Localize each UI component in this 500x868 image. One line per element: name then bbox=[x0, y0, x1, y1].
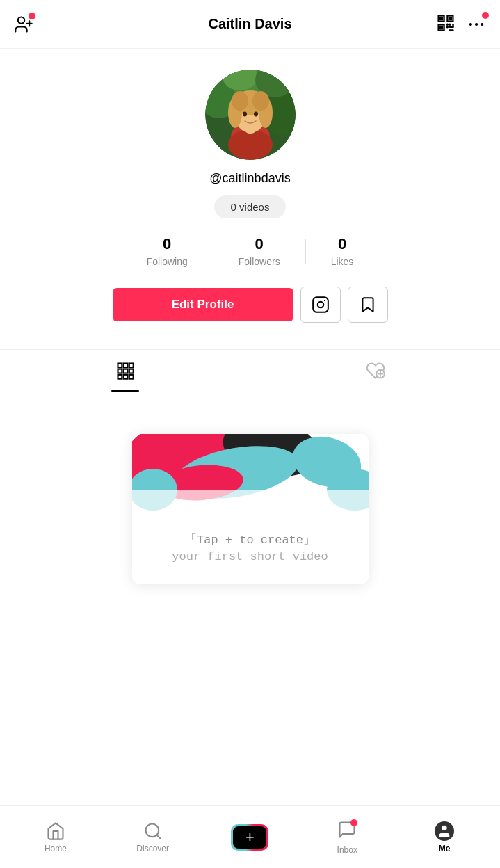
svg-point-62 bbox=[442, 825, 446, 830]
action-row: Edit Profile bbox=[113, 287, 388, 323]
svg-rect-47 bbox=[129, 375, 133, 379]
tab-liked[interactable] bbox=[250, 350, 500, 392]
svg-rect-46 bbox=[123, 375, 127, 379]
svg-point-15 bbox=[469, 22, 472, 25]
tap-create-line1: 「Tap + to create」 bbox=[146, 531, 355, 547]
followers-label: Followers bbox=[239, 256, 280, 267]
tap-card-art bbox=[132, 434, 369, 517]
following-count: 0 bbox=[163, 235, 171, 253]
svg-point-16 bbox=[475, 22, 478, 25]
edit-profile-button[interactable]: Edit Profile bbox=[113, 288, 293, 321]
followers-count: 0 bbox=[255, 235, 264, 253]
bookmark-button[interactable] bbox=[348, 287, 388, 323]
following-label: Following bbox=[147, 256, 188, 267]
svg-point-0 bbox=[18, 17, 24, 23]
nav-inbox[interactable]: Inbox bbox=[319, 820, 375, 855]
avatar[interactable] bbox=[205, 70, 296, 160]
svg-rect-36 bbox=[313, 297, 328, 312]
svg-rect-45 bbox=[118, 375, 122, 379]
header: Caitlin Davis bbox=[0, 0, 500, 49]
svg-rect-59 bbox=[132, 490, 369, 517]
inbox-notification-dot bbox=[350, 819, 357, 826]
header-right bbox=[436, 13, 486, 35]
bottom-nav: Home Discover + Inbox bbox=[0, 805, 500, 868]
followers-stat[interactable]: 0 Followers bbox=[213, 235, 305, 267]
more-options-button[interactable] bbox=[467, 15, 486, 34]
likes-label: Likes bbox=[331, 256, 354, 267]
nav-me-label: Me bbox=[439, 844, 451, 853]
nav-me[interactable]: Me bbox=[417, 821, 472, 853]
nav-plus-button[interactable]: + bbox=[231, 824, 268, 851]
svg-point-17 bbox=[481, 22, 483, 25]
nav-plus-inner: + bbox=[233, 826, 266, 849]
stats-row: 0 Following 0 Followers 0 Likes bbox=[14, 235, 486, 267]
nav-plus-symbol: + bbox=[245, 830, 255, 845]
svg-point-35 bbox=[254, 112, 258, 117]
svg-rect-44 bbox=[129, 369, 133, 373]
tab-grid[interactable] bbox=[0, 350, 250, 392]
svg-point-32 bbox=[232, 91, 248, 111]
svg-rect-39 bbox=[118, 364, 122, 368]
svg-point-37 bbox=[317, 302, 323, 308]
me-avatar bbox=[435, 821, 454, 841]
add-user-notification-dot bbox=[29, 13, 35, 19]
nav-home-label: Home bbox=[45, 844, 67, 853]
profile-section: @caitlinbdavis 0 videos 0 Following 0 Fo… bbox=[0, 49, 500, 342]
nav-discover-label: Discover bbox=[136, 844, 169, 853]
following-stat[interactable]: 0 Following bbox=[122, 235, 213, 267]
content-tabs bbox=[0, 349, 500, 392]
svg-rect-40 bbox=[123, 364, 127, 368]
qr-code-button[interactable] bbox=[436, 13, 455, 35]
svg-rect-6 bbox=[440, 17, 443, 19]
nav-add[interactable]: + bbox=[222, 824, 277, 851]
likes-count: 0 bbox=[338, 235, 346, 253]
videos-count-badge[interactable]: 0 videos bbox=[214, 195, 287, 218]
add-user-button[interactable] bbox=[14, 15, 33, 34]
header-left bbox=[14, 15, 33, 34]
tap-create-line2: your first short video bbox=[146, 550, 355, 563]
nav-inbox-label: Inbox bbox=[337, 845, 357, 855]
svg-point-33 bbox=[252, 91, 269, 111]
username: @caitlinbdavis bbox=[209, 171, 290, 186]
notification-dot bbox=[482, 12, 489, 19]
svg-point-38 bbox=[323, 300, 325, 301]
svg-point-26 bbox=[228, 129, 273, 160]
svg-rect-41 bbox=[129, 364, 133, 368]
svg-point-34 bbox=[243, 112, 247, 117]
tap-card-text: 「Tap + to create」 your first short video bbox=[132, 517, 369, 584]
svg-rect-42 bbox=[118, 369, 122, 373]
page-title: Caitlin Davis bbox=[208, 16, 291, 32]
svg-rect-43 bbox=[123, 369, 127, 373]
nav-discover[interactable]: Discover bbox=[125, 821, 181, 853]
empty-content: 「Tap + to create」 your first short video bbox=[0, 392, 500, 612]
nav-home[interactable]: Home bbox=[28, 821, 83, 853]
tap-card[interactable]: 「Tap + to create」 your first short video bbox=[132, 434, 369, 584]
svg-rect-8 bbox=[440, 26, 443, 29]
svg-rect-7 bbox=[449, 17, 452, 19]
likes-stat[interactable]: 0 Likes bbox=[306, 235, 379, 267]
inbox-icon-wrap bbox=[337, 820, 357, 842]
instagram-button[interactable] bbox=[300, 287, 341, 323]
svg-line-61 bbox=[156, 835, 160, 838]
